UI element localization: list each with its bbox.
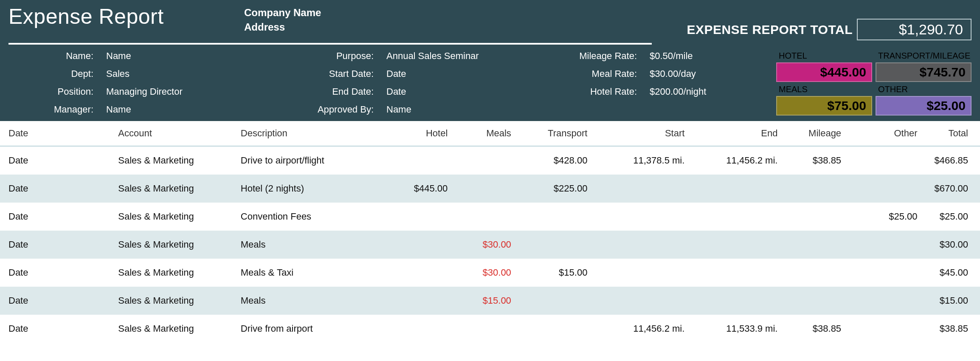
cell-description[interactable]: Drive to airport/flight — [232, 146, 389, 175]
cell-end[interactable] — [693, 231, 786, 259]
cell-other[interactable]: $25.00 — [850, 203, 926, 231]
cell-transport[interactable] — [520, 231, 596, 259]
cell-mileage[interactable] — [786, 287, 850, 315]
cell-date[interactable]: Date — [0, 259, 110, 287]
cell-mileage[interactable] — [786, 203, 850, 231]
cell-end[interactable] — [693, 203, 786, 231]
cell-total[interactable]: $30.00 — [926, 231, 980, 259]
approved-by-value[interactable]: Name — [386, 104, 539, 115]
mileage-rate-value[interactable]: $0.50/mile — [650, 51, 756, 62]
position-value[interactable]: Managing Director — [106, 86, 259, 97]
th-description[interactable]: Description — [232, 121, 389, 146]
th-transport[interactable]: Transport — [520, 121, 596, 146]
company-name[interactable]: Company Name — [244, 7, 687, 19]
th-meals[interactable]: Meals — [456, 121, 520, 146]
cell-date[interactable]: Date — [0, 203, 110, 231]
cell-start[interactable] — [596, 259, 693, 287]
cell-mileage[interactable]: $38.85 — [786, 146, 850, 175]
cell-account[interactable]: Sales & Marketing — [110, 259, 232, 287]
cell-meals[interactable] — [456, 146, 520, 175]
cell-description[interactable]: Convention Fees — [232, 203, 389, 231]
cell-description[interactable]: Meals — [232, 287, 389, 315]
cell-date[interactable]: Date — [0, 231, 110, 259]
cell-date[interactable]: Date — [0, 146, 110, 175]
th-total[interactable]: Total — [926, 121, 980, 146]
cell-end[interactable]: 11,456.2 mi. — [693, 146, 786, 175]
th-hotel[interactable]: Hotel — [389, 121, 456, 146]
table-row[interactable]: DateSales & MarketingDrive from airport1… — [0, 315, 980, 343]
cell-other[interactable] — [850, 287, 926, 315]
cell-meals[interactable]: $30.00 — [456, 231, 520, 259]
cell-meals[interactable] — [456, 203, 520, 231]
name-value[interactable]: Name — [106, 51, 259, 62]
purpose-value[interactable]: Annual Sales Seminar — [386, 51, 539, 62]
cell-total[interactable]: $15.00 — [926, 287, 980, 315]
cell-meals[interactable] — [456, 175, 520, 203]
cell-date[interactable]: Date — [0, 175, 110, 203]
cell-total[interactable]: $38.85 — [926, 315, 980, 343]
table-row[interactable]: DateSales & MarketingConvention Fees$25.… — [0, 203, 980, 231]
cell-description[interactable]: Drive from airport — [232, 315, 389, 343]
cell-transport[interactable] — [520, 315, 596, 343]
cell-total[interactable]: $670.00 — [926, 175, 980, 203]
cell-hotel[interactable] — [389, 146, 456, 175]
dept-value[interactable]: Sales — [106, 68, 259, 79]
cell-mileage[interactable] — [786, 175, 850, 203]
cell-account[interactable]: Sales & Marketing — [110, 203, 232, 231]
start-date-value[interactable]: Date — [386, 68, 539, 79]
cell-date[interactable]: Date — [0, 287, 110, 315]
table-row[interactable]: DateSales & MarketingHotel (2 nights)$44… — [0, 175, 980, 203]
cell-hotel[interactable] — [389, 259, 456, 287]
cell-hotel[interactable]: $445.00 — [389, 175, 456, 203]
cell-mileage[interactable] — [786, 259, 850, 287]
cell-other[interactable] — [850, 259, 926, 287]
cell-mileage[interactable]: $38.85 — [786, 315, 850, 343]
th-start[interactable]: Start — [596, 121, 693, 146]
manager-value[interactable]: Name — [106, 104, 259, 115]
cell-other[interactable] — [850, 315, 926, 343]
cell-account[interactable]: Sales & Marketing — [110, 315, 232, 343]
cell-hotel[interactable] — [389, 287, 456, 315]
cell-meals[interactable]: $15.00 — [456, 287, 520, 315]
th-mileage[interactable]: Mileage — [786, 121, 850, 146]
cell-hotel[interactable] — [389, 315, 456, 343]
cell-total[interactable]: $466.85 — [926, 146, 980, 175]
cell-description[interactable]: Hotel (2 nights) — [232, 175, 389, 203]
cell-hotel[interactable] — [389, 203, 456, 231]
cell-total[interactable]: $25.00 — [926, 203, 980, 231]
cell-account[interactable]: Sales & Marketing — [110, 231, 232, 259]
cell-date[interactable]: Date — [0, 315, 110, 343]
cell-end[interactable]: 11,533.9 mi. — [693, 315, 786, 343]
cell-transport[interactable]: $225.00 — [520, 175, 596, 203]
cell-transport[interactable]: $428.00 — [520, 146, 596, 175]
cell-end[interactable] — [693, 259, 786, 287]
company-address[interactable]: Address — [244, 21, 687, 33]
cell-end[interactable] — [693, 175, 786, 203]
cell-start[interactable] — [596, 287, 693, 315]
table-row[interactable]: DateSales & MarketingMeals & Taxi$30.00$… — [0, 259, 980, 287]
cell-total[interactable]: $45.00 — [926, 259, 980, 287]
th-end[interactable]: End — [693, 121, 786, 146]
cell-account[interactable]: Sales & Marketing — [110, 175, 232, 203]
end-date-value[interactable]: Date — [386, 86, 539, 97]
cell-other[interactable] — [850, 146, 926, 175]
table-row[interactable]: DateSales & MarketingDrive to airport/fl… — [0, 146, 980, 175]
cell-account[interactable]: Sales & Marketing — [110, 287, 232, 315]
meal-rate-value[interactable]: $30.00/day — [650, 68, 756, 79]
cell-transport[interactable]: $15.00 — [520, 259, 596, 287]
th-other[interactable]: Other — [850, 121, 926, 146]
cell-other[interactable] — [850, 175, 926, 203]
cell-transport[interactable] — [520, 203, 596, 231]
table-row[interactable]: DateSales & MarketingMeals$15.00$15.00 — [0, 287, 980, 315]
cell-transport[interactable] — [520, 287, 596, 315]
cell-start[interactable] — [596, 231, 693, 259]
cell-account[interactable]: Sales & Marketing — [110, 146, 232, 175]
cell-description[interactable]: Meals & Taxi — [232, 259, 389, 287]
hotel-rate-value[interactable]: $200.00/night — [650, 86, 756, 97]
th-account[interactable]: Account — [110, 121, 232, 146]
cell-start[interactable]: 11,456.2 mi. — [596, 315, 693, 343]
table-row[interactable]: DateSales & MarketingMeals$30.00$30.00 — [0, 231, 980, 259]
cell-start[interactable] — [596, 175, 693, 203]
cell-other[interactable] — [850, 231, 926, 259]
cell-hotel[interactable] — [389, 231, 456, 259]
